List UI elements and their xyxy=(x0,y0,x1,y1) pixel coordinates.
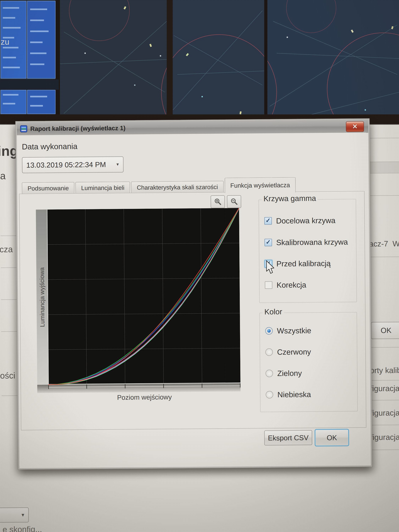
table-row-line xyxy=(369,425,399,425)
photographed-screen: zu acz-7 Wy OK orty kalibr figuracja h f… xyxy=(0,0,399,532)
radio-wszystkie[interactable] xyxy=(265,327,272,335)
tab-luminancja-bieli[interactable]: Luminancja bieli xyxy=(76,182,130,194)
x-axis-label: Poziom wejściowy xyxy=(48,393,241,402)
close-icon: ✕ xyxy=(352,123,358,130)
bg-list-item[interactable]: figuracja h xyxy=(370,384,399,393)
checkbox-docelowa[interactable]: ✓ xyxy=(264,217,272,225)
table-row-line xyxy=(2,395,19,396)
bg-ok-label: OK xyxy=(381,326,392,335)
table-row-line xyxy=(367,173,399,173)
zoom-in-button[interactable] xyxy=(211,196,225,208)
y-axis-label: Luminancja wyjściowa xyxy=(38,267,46,327)
radio-row-wszystkie[interactable]: Wszystkie xyxy=(265,326,311,336)
videowall-background: zu xyxy=(0,0,399,124)
tab-label: Funkcja wyświetlacza xyxy=(230,182,290,189)
export-csv-button[interactable]: Eksport CSV xyxy=(264,430,312,445)
date-combobox[interactable]: 13.03.2019 05:22:34 PM ▼ xyxy=(22,156,124,173)
close-button[interactable]: ✕ xyxy=(346,121,364,132)
bg-column-header: acz-7 Wy xyxy=(369,239,399,248)
dropdown-arrow-icon: ▼ xyxy=(21,512,25,518)
check-icon: ✓ xyxy=(266,239,271,245)
bg-text-fragment: ości xyxy=(0,371,15,380)
checkbox-row-skalibrowana-krzywa[interactable]: ✓ Skalibrowana krzywa xyxy=(265,237,348,247)
calibration-report-dialog: Raport kalibracji (wyświetlacz 1) ✕ Data… xyxy=(15,119,372,469)
checkbox-label[interactable]: Docelowa krzywa xyxy=(276,216,336,225)
radio-row-zielony[interactable]: Zielony xyxy=(266,368,302,378)
y-axis-bevel: Luminancja wyjściowa xyxy=(36,209,48,385)
table-row-line xyxy=(369,347,399,348)
checkbox-label[interactable]: Przed kalibracją xyxy=(276,259,330,268)
table-row-line xyxy=(369,380,399,380)
color-group-title: Kolor xyxy=(263,307,284,316)
radio-niebieska[interactable] xyxy=(266,391,273,399)
radio-label[interactable]: Zielony xyxy=(277,369,302,378)
tab-podsumowanie[interactable]: Podsumowanie xyxy=(22,182,75,194)
table-row-line xyxy=(367,138,399,138)
app-icon xyxy=(20,125,27,133)
dialog-client-area: Data wykonania 13.03.2019 05:22:34 PM ▼ … xyxy=(17,133,368,466)
tab-charakterystyka-skali-szarosci[interactable]: Charakterystyka skali szarości xyxy=(131,181,224,193)
radio-czerwony[interactable] xyxy=(265,348,273,356)
bg-status-fragment: e skonfig... xyxy=(2,524,42,532)
check-icon: ✓ xyxy=(266,217,271,223)
table-selected-row xyxy=(367,162,399,173)
tab-funkcja-wyswietlacza[interactable]: Funkcja wyświetlacza xyxy=(224,177,296,193)
checkbox-skalibrowana[interactable]: ✓ xyxy=(265,239,272,246)
export-csv-label: Eksport CSV xyxy=(268,434,309,442)
zoom-in-icon xyxy=(214,198,222,206)
bg-list-item[interactable]: figuracja k xyxy=(370,408,399,418)
radio-label[interactable]: Niebieska xyxy=(277,390,311,399)
ok-label: OK xyxy=(327,434,337,442)
radio-row-niebieska[interactable]: Niebieska xyxy=(266,390,311,399)
table-row-line xyxy=(367,195,399,196)
videowall-label: zu xyxy=(1,37,9,46)
bg-dropdown-button[interactable]: ▼ xyxy=(0,507,29,523)
mouse-cursor-icon xyxy=(266,260,277,276)
bg-list-item[interactable]: figuracja c... xyxy=(370,432,399,442)
table-row-line xyxy=(1,299,18,300)
radio-label[interactable]: Wszystkie xyxy=(277,326,311,335)
gamma-curve-chart xyxy=(47,208,241,390)
bg-text-fragment: a xyxy=(0,170,6,181)
blue-thumbnail-panels xyxy=(1,1,55,114)
checkbox-korekcja[interactable]: ✓ xyxy=(265,281,272,289)
table-row-line xyxy=(1,331,19,332)
tab-label: Podsumowanie xyxy=(27,185,69,192)
tab-label: Luminancja bieli xyxy=(81,184,125,191)
date-combobox-value: 13.03.2019 05:22:34 PM xyxy=(26,160,116,169)
checkbox-label[interactable]: Korekcja xyxy=(277,280,306,289)
table-row-line xyxy=(369,450,399,450)
table-row-line xyxy=(0,235,18,236)
zoom-out-button[interactable] xyxy=(227,195,241,208)
bg-text-fragment: cza xyxy=(0,244,13,254)
checkbox-label[interactable]: Skalibrowana krzywa xyxy=(276,238,348,247)
dialog-title: Raport kalibracji (wyświetlacz 1) xyxy=(30,125,125,132)
checkbox-row-docelowa-krzywa[interactable]: ✓ Docelowa krzywa xyxy=(264,216,336,226)
table-row-line xyxy=(369,400,399,400)
radio-label[interactable]: Czerwony xyxy=(277,347,311,356)
date-label: Data wykonania xyxy=(22,142,77,151)
bg-list-item[interactable]: orty kalibr xyxy=(370,366,399,375)
bg-ok-button[interactable]: OK xyxy=(371,322,399,339)
radio-zielony[interactable] xyxy=(266,370,273,377)
tab-label: Charakterystyka skali szarości xyxy=(137,183,218,191)
gamma-group-title: Krzywa gamma xyxy=(262,194,318,203)
zoom-out-icon xyxy=(230,198,238,206)
table-row-line xyxy=(368,257,399,257)
table-row-line xyxy=(1,267,18,268)
radio-dot xyxy=(267,329,271,333)
ok-button[interactable]: OK xyxy=(315,429,349,447)
checkbox-row-korekcja[interactable]: ✓ Korekcja xyxy=(265,280,306,290)
radio-row-czerwony[interactable]: Czerwony xyxy=(265,347,311,357)
combo-arrow-icon: ▼ xyxy=(116,162,120,167)
